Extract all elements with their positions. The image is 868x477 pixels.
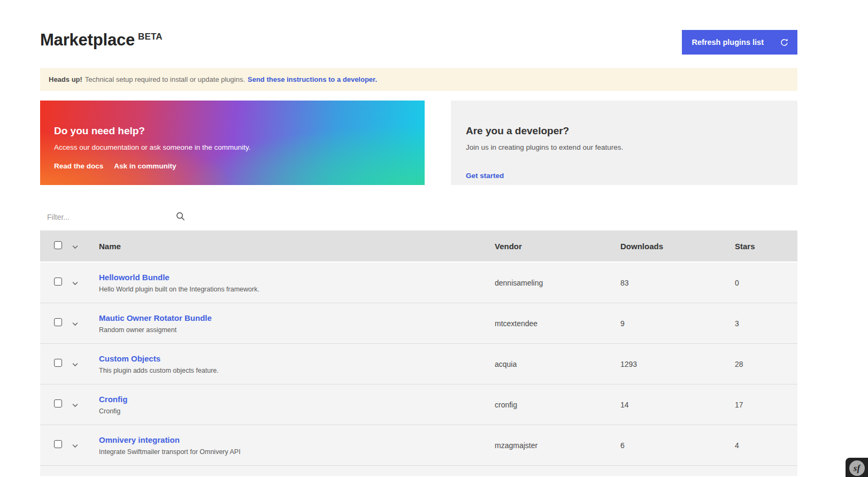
column-header-name[interactable]: Name	[99, 242, 495, 251]
plugin-description: Integrate Swiftmailer transport for Omni…	[99, 448, 495, 456]
plugin-name-link[interactable]: Custom Objects	[99, 354, 495, 363]
plugin-vendor: acquia	[495, 360, 620, 368]
refresh-plugins-button[interactable]: Refresh plugins list	[682, 30, 797, 55]
help-card-title: Do you need help?	[54, 125, 411, 137]
row-chevron-down-icon[interactable]	[72, 363, 78, 367]
info-cards: Do you need help? Access our documentati…	[40, 101, 797, 185]
help-card-links: Read the docs Ask in community	[54, 162, 411, 170]
plugin-name-cell: Omnivery integration Integrate Swiftmail…	[99, 435, 495, 456]
search-icon	[176, 212, 185, 223]
plugin-downloads: 1293	[620, 360, 735, 368]
table-row: Omnivery integration Integrate Swiftmail…	[40, 425, 797, 466]
row-checkbox-cell	[40, 359, 72, 369]
page-title: MarketplaceBETA	[40, 30, 163, 50]
filter-bar	[47, 211, 185, 224]
row-caret-cell	[72, 441, 99, 450]
plugin-stars: 17	[735, 401, 797, 409]
table-row: Mautic Owner Rotator Bundle Random owner…	[40, 303, 797, 344]
plugin-stars: 28	[735, 360, 797, 368]
row-caret-cell	[72, 400, 99, 410]
row-checkbox[interactable]	[54, 278, 62, 286]
alert-emphasis: Heads up!	[49, 75, 82, 83]
plugin-name-link[interactable]: Omnivery integration	[99, 435, 495, 444]
row-chevron-down-icon[interactable]	[72, 322, 78, 326]
bulk-actions-chevron-down-icon[interactable]	[72, 245, 78, 249]
row-checkbox-cell	[40, 318, 72, 328]
row-caret-cell	[72, 359, 99, 369]
header-caret-cell	[72, 242, 99, 251]
plugin-stars: 4	[735, 441, 797, 450]
help-card: Do you need help? Access our documentati…	[40, 101, 425, 185]
ask-community-link[interactable]: Ask in community	[114, 162, 176, 170]
page-title-text: Marketplace	[40, 30, 135, 49]
row-chevron-down-icon[interactable]	[72, 444, 78, 448]
row-checkbox[interactable]	[54, 440, 62, 448]
top-bar: MarketplaceBETA Refresh plugins list	[40, 0, 797, 55]
plugin-name-cell: Helloworld Bundle Hello World plugin bui…	[99, 273, 495, 293]
row-checkbox[interactable]	[54, 399, 62, 407]
plugin-vendor: cronfig	[495, 401, 620, 409]
plugin-vendor: dennisameling	[495, 279, 620, 287]
plugin-vendor: mzagmajster	[495, 441, 620, 450]
setup-alert: Heads up! Technical setup required to in…	[40, 68, 797, 91]
plugin-name-cell: Mautic Owner Rotator Bundle Random owner…	[99, 313, 495, 334]
plugin-description: Cronfig	[99, 407, 495, 415]
plugin-name-link[interactable]: Cronfig	[99, 395, 495, 404]
row-chevron-down-icon[interactable]	[72, 281, 78, 286]
plugin-vendor: mtcextendee	[495, 319, 620, 328]
plugin-name-cell: Custom Objects This plugin adds custom o…	[99, 354, 495, 374]
plugin-name-cell: Cronfig Cronfig	[99, 395, 495, 415]
refresh-icon	[780, 38, 789, 47]
alert-text: Technical setup required to install or u…	[85, 75, 245, 83]
row-chevron-down-icon[interactable]	[72, 403, 78, 407]
plugin-downloads: 83	[620, 279, 735, 287]
select-all-checkbox[interactable]	[54, 241, 62, 249]
plugins-table: Name Vendor Downloads Stars Helloworld B…	[40, 230, 797, 476]
column-header-vendor[interactable]: Vendor	[495, 242, 620, 251]
table-row: Custom Objects This plugin adds custom o…	[40, 344, 797, 384]
read-docs-link[interactable]: Read the docs	[54, 162, 103, 170]
symfony-logo-icon: sf	[849, 460, 865, 476]
send-instructions-link[interactable]: Send these instructions to a developer.	[248, 75, 377, 83]
plugin-description: Hello World plugin built on the Integrat…	[99, 286, 495, 293]
plugin-downloads: 9	[620, 319, 735, 328]
beta-badge: BETA	[138, 32, 163, 42]
plugin-downloads: 14	[620, 401, 735, 409]
row-checkbox[interactable]	[54, 318, 62, 326]
row-checkbox-cell	[40, 399, 72, 410]
help-card-description: Access our documentation or ask someone …	[54, 143, 411, 151]
plugin-downloads: 6	[620, 441, 735, 450]
marketplace-page: MarketplaceBETA Refresh plugins list Hea…	[40, 0, 797, 476]
developer-card-title: Are you a developer?	[466, 125, 782, 137]
symfony-profiler-toggle[interactable]: sf	[846, 458, 868, 477]
header-checkbox-cell	[40, 241, 72, 251]
plugin-description: Random owner assigment	[99, 326, 495, 334]
table-header-row: Name Vendor Downloads Stars	[40, 230, 797, 261]
plugin-stars: 0	[735, 279, 797, 287]
row-caret-cell	[72, 319, 99, 328]
refresh-plugins-label: Refresh plugins list	[692, 38, 764, 47]
get-started-link[interactable]: Get started	[466, 172, 504, 180]
plugin-stars: 3	[735, 319, 797, 328]
column-header-downloads[interactable]: Downloads	[620, 242, 735, 251]
table-row: Helloworld Bundle Hello World plugin bui…	[40, 263, 797, 303]
row-caret-cell	[72, 278, 99, 288]
column-header-stars[interactable]: Stars	[735, 242, 797, 251]
plugin-name-link[interactable]: Mautic Owner Rotator Bundle	[99, 313, 495, 322]
filter-input[interactable]	[47, 211, 165, 224]
table-row-partial	[40, 466, 797, 476]
table-row: Cronfig Cronfig cronfig 14 17	[40, 384, 797, 425]
developer-card-description: Join us in creating plugins to extend ou…	[466, 143, 782, 151]
row-checkbox-cell	[40, 440, 72, 450]
plugin-name-link[interactable]: Helloworld Bundle	[99, 273, 495, 282]
row-checkbox[interactable]	[54, 359, 62, 367]
developer-card: Are you a developer? Join us in creating…	[451, 101, 797, 185]
row-checkbox-cell	[40, 278, 72, 288]
plugin-description: This plugin adds custom objects feature.	[99, 367, 495, 374]
